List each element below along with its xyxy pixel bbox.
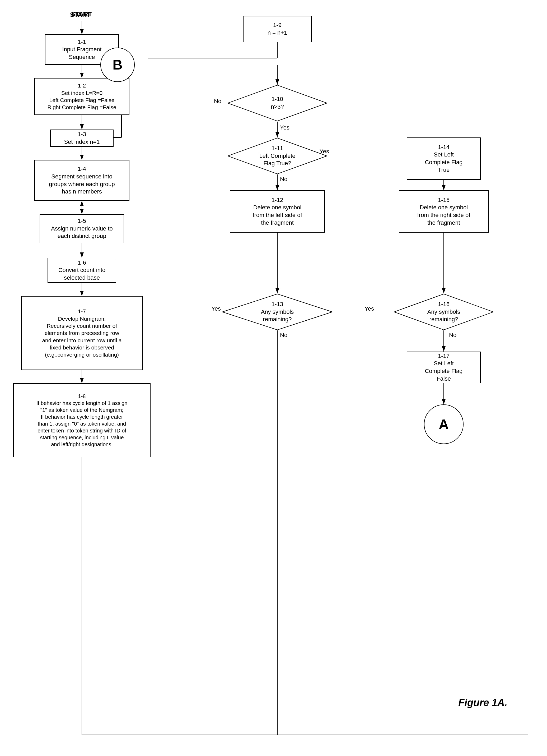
diagram-container: START 1-1 Input Fragment Sequence 1-2 Se… (0, 0, 547, 756)
label-yes-1-16: Yes (364, 305, 374, 312)
diamond-1-11: 1-11 Left Complete Flag True? (227, 137, 327, 174)
diamond-1-10: 1-10 n>3? (227, 85, 327, 122)
diamond-1-16: 1-16 Any symbols remaining? (393, 293, 494, 330)
label-no-1-16: No (449, 332, 456, 339)
box-1-2: 1-2 Set index L=R=0 Left Complete Flag =… (34, 78, 129, 115)
box-1-17: 1-17 Set Left Complete Flag False (407, 352, 481, 383)
box-1-8: 1-8 If behavior has cycle length of 1 as… (13, 383, 151, 457)
figure-label: Figure 1A. (458, 697, 507, 708)
label-no-1-13: No (280, 332, 287, 339)
box-1-14: 1-14 Set Left Complete Flag True (407, 137, 481, 180)
label-yes-1-13: Yes (211, 305, 221, 312)
box-1-9: 1-9 n = n+1 (243, 16, 312, 42)
label-yes-1-11: Yes (319, 148, 329, 155)
circle-b: B (100, 48, 135, 82)
box-1-15: 1-15 Delete one symbol from the right si… (399, 190, 489, 233)
label-no-1-10: No (214, 98, 221, 105)
start-text: START (70, 11, 91, 19)
circle-a: A (424, 404, 463, 444)
box-1-3: 1-3 Set index n=1 (50, 130, 114, 147)
box-1-12: 1-12 Delete one symbol from the left sid… (230, 190, 325, 233)
diamond-1-13: 1-13 Any symbols remaining? (222, 293, 333, 330)
box-1-4: 1-4 Segment sequence into groups where e… (34, 160, 129, 201)
label-yes-1-10: Yes (280, 124, 289, 131)
box-1-6: 1-6 Convert count into selected base (48, 258, 116, 283)
label-no-1-11: No (280, 176, 287, 183)
box-1-5: 1-5 Assign numeric value to each distinc… (40, 214, 124, 243)
box-1-7: 1-7 Develop Numgram: Recursively count n… (21, 296, 143, 370)
